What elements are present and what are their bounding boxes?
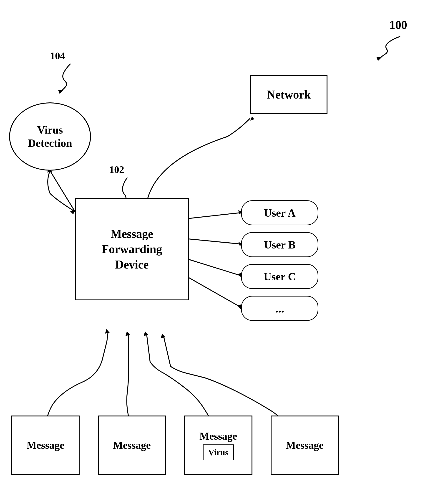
message-box-2: Message	[98, 416, 166, 475]
diagram-container: 100	[0, 0, 448, 502]
svg-marker-1	[58, 90, 63, 94]
message-box-4: Message	[271, 416, 339, 475]
svg-marker-14	[126, 331, 130, 336]
user-a-node: User A	[241, 200, 318, 225]
message-3-label: Message	[199, 430, 237, 442]
figure-number-label: 100	[389, 18, 407, 32]
network-label: Network	[267, 88, 311, 101]
message-2-label: Message	[113, 439, 151, 451]
message-forwarding-device-node: Message Forwarding Device	[75, 198, 189, 300]
user-dots-label: ...	[275, 302, 284, 315]
svg-marker-15	[144, 331, 148, 336]
user-c-node: User C	[241, 264, 318, 289]
svg-line-7	[189, 239, 240, 244]
svg-marker-2	[70, 210, 75, 214]
user-b-node: User B	[241, 232, 318, 257]
svg-marker-0	[376, 57, 382, 61]
svg-marker-16	[161, 334, 165, 338]
svg-line-5	[189, 213, 240, 218]
virus-label: Virus	[203, 444, 234, 460]
label-102: 102	[109, 164, 124, 175]
svg-line-11	[189, 278, 240, 307]
message-4-label: Message	[286, 439, 324, 451]
user-a-label: User A	[264, 207, 295, 219]
network-box: Network	[250, 75, 327, 114]
virus-detection-label: Virus Detection	[28, 123, 72, 150]
mfd-label: Message Forwarding Device	[102, 226, 162, 272]
message-1-label: Message	[27, 439, 64, 451]
svg-line-9	[189, 259, 240, 275]
virus-detection-node: Virus Detection	[9, 102, 91, 171]
message-box-3: Message Virus	[184, 416, 252, 475]
svg-marker-13	[105, 329, 110, 334]
label-104: 104	[50, 50, 65, 62]
svg-marker-3	[250, 117, 254, 121]
user-c-label: User C	[264, 270, 296, 283]
message-box-1: Message	[11, 416, 80, 475]
user-dots-node: ...	[241, 296, 318, 321]
user-b-label: User B	[264, 238, 295, 251]
